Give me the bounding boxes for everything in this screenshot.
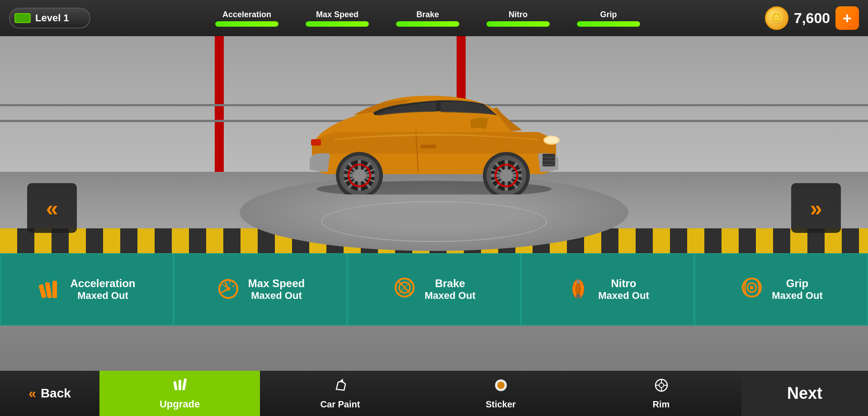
stat-label: Brake: [416, 10, 439, 19]
svg-point-41: [576, 280, 580, 284]
svg-rect-32: [39, 284, 47, 298]
stat-bar-fill: [215, 21, 278, 27]
card-icon-brake: [392, 275, 417, 304]
svg-rect-9: [311, 139, 321, 146]
coin-amount: 7,600: [794, 10, 830, 27]
right-arrow-icon: »: [810, 196, 822, 221]
card-icon-nitro: [566, 275, 591, 304]
game-background: [0, 0, 868, 416]
next-label: Next: [787, 384, 822, 403]
card-title-nitro: Nitro: [611, 277, 637, 290]
card-status-nitro: Maxed Out: [598, 290, 649, 302]
nav-tab-icon-rim: [654, 378, 669, 397]
nav-tab-sticker[interactable]: Sticker: [420, 371, 581, 416]
car-display: [276, 63, 592, 208]
stat-acceleration: Acceleration: [215, 10, 278, 27]
stat-bar-bg: [306, 21, 369, 27]
nav-tab-label-car_paint: Car Paint: [321, 399, 360, 410]
upgrade-card-max_speed[interactable]: Max Speed Maxed Out: [174, 253, 347, 326]
nav-tab-label-upgrade: Upgrade: [160, 398, 200, 410]
stats-bar: Acceleration Max Speed Brake Nitro Grip: [90, 10, 765, 27]
card-text-acceleration: Acceleration Maxed Out: [70, 277, 135, 302]
nav-tab-icon-upgrade: [172, 377, 188, 396]
stat-bar-bg: [396, 21, 459, 27]
add-coins-button[interactable]: +: [835, 6, 859, 30]
left-arrow-icon: «: [46, 196, 58, 221]
card-text-grip: Grip Maxed Out: [772, 277, 822, 302]
upgrade-cards-row: Acceleration Maxed Out Max Speed Maxed O…: [0, 253, 868, 326]
stat-bar-fill: [306, 21, 369, 27]
stat-nitro: Nitro: [486, 10, 550, 27]
back-arrow-icon: «: [28, 386, 36, 401]
stat-label: Acceleration: [222, 10, 271, 19]
svg-point-40: [575, 282, 581, 296]
svg-point-53: [659, 383, 664, 388]
nav-tab-label-rim: Rim: [653, 399, 670, 410]
nav-tabs: Upgrade Car Paint Sticker Rim: [99, 371, 741, 416]
svg-rect-46: [173, 381, 177, 391]
card-status-acceleration: Maxed Out: [77, 290, 128, 302]
nav-tab-rim[interactable]: Rim: [581, 371, 741, 416]
svg-point-30: [353, 169, 366, 182]
svg-point-36: [226, 287, 230, 291]
nav-tab-icon-car_paint: [333, 378, 348, 397]
header-bar: Level 1 Acceleration Max Speed Brake Nit…: [0, 0, 868, 36]
stat-label: Max Speed: [316, 10, 359, 19]
upgrade-card-brake[interactable]: Brake Maxed Out: [347, 253, 521, 326]
next-car-button[interactable]: »: [791, 183, 841, 233]
next-button[interactable]: Next: [741, 371, 868, 416]
nav-tab-label-sticker: Sticker: [486, 399, 516, 410]
card-title-grip: Grip: [786, 277, 808, 290]
stat-bar-bg: [215, 21, 278, 27]
card-icon-grip: [740, 275, 764, 304]
upgrade-card-nitro[interactable]: Nitro Maxed Out: [521, 253, 694, 326]
back-button[interactable]: « Back: [0, 371, 99, 416]
card-icon-acceleration: [38, 275, 63, 304]
svg-point-45: [750, 286, 754, 289]
card-text-nitro: Nitro Maxed Out: [598, 277, 649, 302]
svg-point-51: [497, 382, 505, 389]
stat-label: Nitro: [509, 10, 528, 19]
svg-rect-2: [420, 145, 436, 148]
svg-point-42: [576, 294, 580, 298]
level-text: Level 1: [35, 12, 69, 24]
card-status-brake: Maxed Out: [425, 290, 475, 302]
svg-rect-34: [52, 281, 57, 298]
svg-point-8: [545, 137, 558, 143]
bottom-navigation: « Back Upgrade Car Paint Sticker Rim Nex…: [0, 371, 868, 416]
card-status-grip: Maxed Out: [772, 290, 822, 302]
stat-bar-fill: [486, 21, 550, 27]
card-title-acceleration: Acceleration: [70, 277, 135, 290]
card-icon-max_speed: [216, 275, 241, 304]
level-badge: Level 1: [9, 8, 90, 28]
stat-bar-fill: [577, 21, 640, 27]
card-title-max_speed: Max Speed: [248, 277, 305, 290]
coins-area: 🪙 7,600 +: [765, 6, 859, 30]
back-label: Back: [41, 386, 71, 401]
nav-tab-car_paint[interactable]: Car Paint: [260, 371, 420, 416]
stat-bar-fill: [396, 21, 459, 27]
card-text-brake: Brake Maxed Out: [425, 277, 475, 302]
card-text-max_speed: Max Speed Maxed Out: [248, 277, 305, 302]
prev-car-button[interactable]: «: [27, 183, 77, 233]
stat-bar-bg: [486, 21, 550, 27]
svg-rect-47: [179, 380, 181, 390]
svg-point-19: [500, 169, 513, 182]
card-status-max_speed: Maxed Out: [251, 290, 302, 302]
stat-bar-bg: [577, 21, 640, 27]
coin-icon: 🪙: [765, 6, 788, 30]
card-title-brake: Brake: [435, 277, 465, 290]
level-icon: [14, 13, 31, 23]
stat-brake: Brake: [396, 10, 459, 27]
upgrade-card-grip[interactable]: Grip Maxed Out: [694, 253, 868, 326]
nav-tab-icon-sticker: [493, 378, 509, 397]
nav-tab-upgrade[interactable]: Upgrade: [99, 371, 260, 416]
stat-max-speed: Max Speed: [306, 10, 369, 27]
upgrade-card-acceleration[interactable]: Acceleration Maxed Out: [0, 253, 174, 326]
svg-rect-48: [182, 378, 186, 391]
stat-label: Grip: [600, 10, 617, 19]
stat-grip: Grip: [577, 10, 640, 27]
car-svg: [276, 63, 592, 194]
